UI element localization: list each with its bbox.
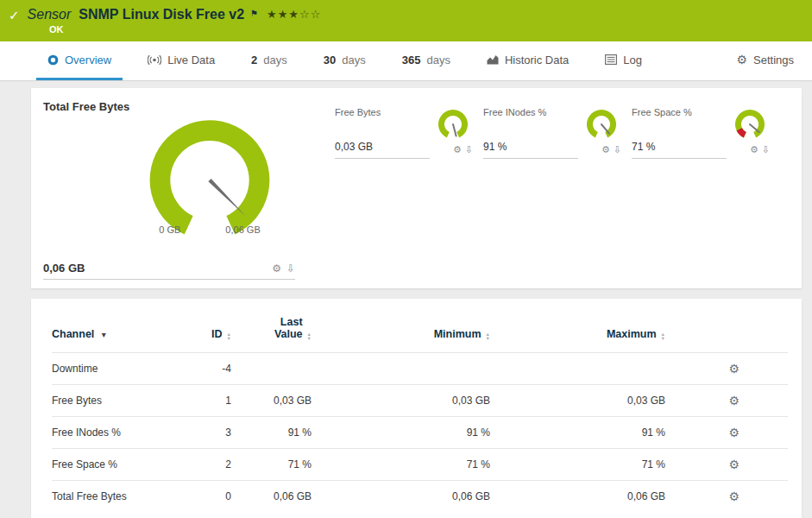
tab-live-data[interactable]: Live Data <box>136 41 226 80</box>
channels-table: Channel ▾ ID▲▼ Last Value▲▼ Minimum▲▼ Ma… <box>52 316 788 512</box>
channel-maximum <box>490 353 665 385</box>
mini-gauge-value: 0,03 GB <box>335 141 430 159</box>
tab-settings[interactable]: ⚙ Settings <box>725 41 805 80</box>
tab-2-days[interactable]: 2 days <box>240 41 299 80</box>
gauge-arc <box>582 107 621 143</box>
channel-settings-gear-icon[interactable]: ⚙ <box>728 458 740 471</box>
channel-last-value <box>231 353 312 385</box>
column-header-maximum[interactable]: Maximum▲▼ <box>490 316 665 353</box>
tab-label: Live Data <box>167 54 215 66</box>
channel-last-value: 71 % <box>231 449 312 481</box>
column-header-actions <box>665 316 788 353</box>
gear-icon: ⚙ <box>736 54 747 66</box>
gauge-scale: 0 GB 0,06 GB <box>109 224 311 235</box>
gauge-arc <box>132 110 287 240</box>
tab-label: Log <box>623 54 642 66</box>
pin-icon[interactable]: ⇩ <box>465 144 473 155</box>
stars-empty: ☆☆ <box>299 8 321 21</box>
channel-name: Total Free Bytes <box>52 481 173 513</box>
mini-gauge-text: Free INodes % 91 % <box>483 107 578 159</box>
tab-unit: days <box>426 54 450 66</box>
channel-name: Free Bytes <box>52 385 173 417</box>
gauge-needle <box>453 124 456 136</box>
column-header-channel[interactable]: Channel ▾ <box>52 316 173 353</box>
gear-icon[interactable]: ⚙ <box>272 262 281 275</box>
channels-panel: Channel ▾ ID▲▼ Last Value▲▼ Minimum▲▼ Ma… <box>31 299 802 518</box>
mini-gauge-title: Free Bytes <box>335 107 430 117</box>
table-header-row: Channel ▾ ID▲▼ Last Value▲▼ Minimum▲▼ Ma… <box>52 316 788 353</box>
tab-bar: Overview Live Data 2 days 30 days 365 da… <box>0 41 812 81</box>
column-header-minimum[interactable]: Minimum▲▼ <box>312 316 490 353</box>
channel-settings-gear-icon[interactable]: ⚙ <box>728 490 740 503</box>
mini-gauge-free-inodes: Free INodes % 91 % ⚙ ⇩ <box>483 97 621 159</box>
mini-gauge-value: 71 % <box>632 141 727 159</box>
status-check-icon: ✓ <box>9 8 20 23</box>
tab-365-days[interactable]: 365 days <box>391 41 462 80</box>
mini-gauge-free-space: Free Space % 71 % ⚙ ⇩ <box>632 97 770 159</box>
channel-settings-gear-icon[interactable]: ⚙ <box>728 394 740 407</box>
tab-label: Settings <box>753 54 794 66</box>
channel-settings-gear-icon[interactable]: ⚙ <box>728 426 740 439</box>
chevron-down-icon: ▾ <box>102 330 106 339</box>
tab-overview[interactable]: Overview <box>36 41 123 80</box>
pin-icon[interactable]: ⇩ <box>286 262 295 275</box>
table-row: Free Bytes 1 0,03 GB 0,03 GB 0,03 GB ⚙ <box>52 385 788 417</box>
log-icon <box>605 54 617 65</box>
gauge-actions: ⚙ ⇩ <box>750 144 770 155</box>
status-badge: OK <box>49 24 64 35</box>
channel-minimum: 71 % <box>312 449 490 481</box>
tab-unit: days <box>342 54 365 66</box>
tab-30-days[interactable]: 30 days <box>312 41 377 80</box>
channel-last-value: 0,06 GB <box>231 481 312 513</box>
mini-gauge-text: Free Bytes 0,03 GB <box>335 107 430 159</box>
mini-gauge-graphic: ⚙ ⇩ <box>727 107 770 159</box>
channel-id: 2 <box>173 449 231 481</box>
primary-gauge <box>132 110 287 240</box>
channel-name: Free INodes % <box>52 417 173 449</box>
gauge-scale-max: 0,06 GB <box>225 224 260 235</box>
tab-label: Historic Data <box>505 54 569 66</box>
pin-icon[interactable]: ⇩ <box>614 144 621 155</box>
sort-icon: ▲▼ <box>307 332 312 340</box>
table-row: Free Space % 2 71 % 71 % 71 % ⚙ <box>52 449 788 481</box>
sensor-title: SNMP Linux Disk Free v2 <box>79 7 244 22</box>
tab-number: 30 <box>324 54 336 66</box>
sort-icon: ▲▼ <box>227 332 231 340</box>
priority-stars[interactable]: ★★★☆☆ <box>267 8 321 21</box>
channel-settings-gear-icon[interactable]: ⚙ <box>728 362 740 376</box>
tab-unit: days <box>263 54 286 66</box>
table-row: Total Free Bytes 0 0,06 GB 0,06 GB 0,06 … <box>52 481 788 513</box>
tab-number: 365 <box>402 54 421 66</box>
gear-icon[interactable]: ⚙ <box>601 144 610 155</box>
channel-minimum <box>312 353 490 385</box>
column-header-last-value[interactable]: Last Value▲▼ <box>231 316 312 353</box>
primary-gauge-footer: 0,06 GB ⚙ ⇩ <box>43 262 295 280</box>
tab-historic-data[interactable]: Historic Data <box>475 41 580 80</box>
priority-flag-icon[interactable]: ⚑ <box>250 9 258 18</box>
mini-gauge-title: Free Space % <box>632 107 727 117</box>
tab-log[interactable]: Log <box>594 41 653 80</box>
gauge-actions: ⚙ ⇩ <box>453 144 473 155</box>
channel-name: Free Space % <box>52 449 173 481</box>
channel-maximum: 0,03 GB <box>490 385 665 417</box>
channel-id: 3 <box>173 417 231 449</box>
channel-maximum: 71 % <box>490 449 665 481</box>
mini-gauge-free-bytes: Free Bytes 0,03 GB ⚙ ⇩ <box>335 97 473 159</box>
object-kind-label: Sensor <box>28 7 72 22</box>
mini-gauge-value: 91 % <box>483 141 578 159</box>
sort-icon: ▲▼ <box>486 332 490 340</box>
gear-icon[interactable]: ⚙ <box>750 144 758 155</box>
pin-icon[interactable]: ⇩ <box>762 144 770 155</box>
channel-minimum: 0,06 GB <box>312 481 490 513</box>
overview-icon <box>47 54 59 66</box>
tab-number: 2 <box>251 54 257 66</box>
column-header-id[interactable]: ID▲▼ <box>173 316 231 353</box>
channel-id: 1 <box>173 385 231 417</box>
gauge-scale-min: 0 GB <box>159 224 180 235</box>
column-label: Channel <box>52 328 94 340</box>
gauge-actions: ⚙ ⇩ <box>601 144 621 155</box>
mini-gauge-graphic: ⚙ ⇩ <box>430 107 473 159</box>
overview-page: Total Free Bytes 0 GB 0,06 GB 0,06 GB ⚙ … <box>0 81 812 518</box>
gauges-panel: Total Free Bytes 0 GB 0,06 GB 0,06 GB ⚙ … <box>31 88 802 288</box>
gear-icon[interactable]: ⚙ <box>453 144 462 155</box>
